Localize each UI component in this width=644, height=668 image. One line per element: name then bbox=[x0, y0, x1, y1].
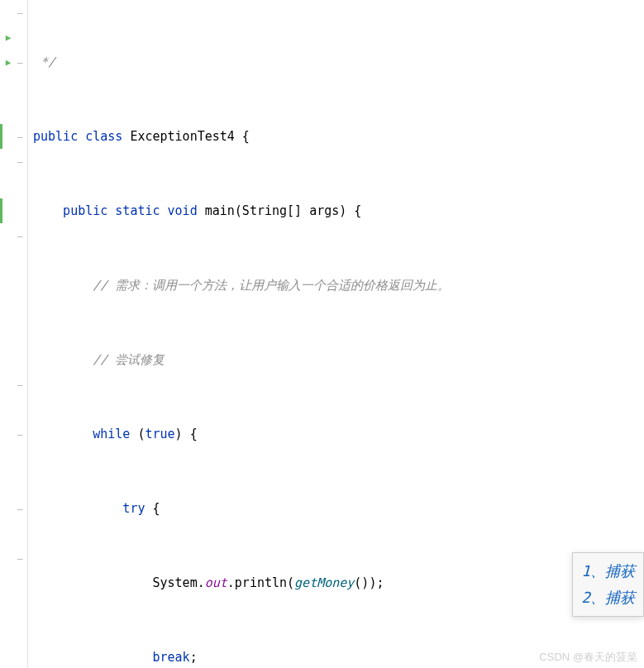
collapse-icon[interactable]: – bbox=[15, 57, 25, 67]
code-line[interactable]: // 尝试修复 bbox=[33, 347, 644, 372]
collapse-icon[interactable]: – bbox=[15, 7, 25, 17]
code-editor[interactable]: */ public class ExceptionTest4 { public … bbox=[33, 0, 644, 668]
code-line[interactable]: public static void main(String[] args) { bbox=[33, 198, 644, 223]
popup-item[interactable]: 1、捕获 bbox=[581, 558, 635, 584]
collapse-icon[interactable]: – bbox=[15, 503, 25, 513]
code-line[interactable]: System.out.println(getMoney()); bbox=[33, 570, 644, 595]
code-line[interactable]: while (true) { bbox=[33, 422, 644, 446]
code-line[interactable]: */ bbox=[33, 50, 644, 74]
code-line[interactable]: public class ExceptionTest4 { bbox=[33, 124, 644, 149]
watermark-text: CSDN @春天的菠菜 bbox=[539, 650, 637, 665]
collapse-icon[interactable]: – bbox=[15, 553, 25, 563]
collapse-icon[interactable]: – bbox=[15, 379, 25, 389]
collapse-icon[interactable]: – bbox=[15, 231, 25, 241]
collapse-icon[interactable]: – bbox=[15, 156, 25, 166]
code-line[interactable]: // 需求：调用一个方法，让用户输入一个合适的价格返回为止。 bbox=[33, 273, 644, 298]
popup-item[interactable]: 2、捕获 bbox=[581, 584, 635, 611]
run-icon[interactable]: ▶ bbox=[3, 32, 13, 42]
collapse-icon[interactable]: – bbox=[15, 429, 25, 439]
editor-gutter: – ▶ ▶ – – – – – – – – bbox=[0, 0, 28, 668]
collapse-icon[interactable]: – bbox=[15, 131, 25, 141]
code-line[interactable]: try { bbox=[33, 496, 644, 521]
run-icon[interactable]: ▶ bbox=[3, 57, 13, 67]
completion-popup[interactable]: 1、捕获 2、捕获 bbox=[572, 552, 644, 617]
